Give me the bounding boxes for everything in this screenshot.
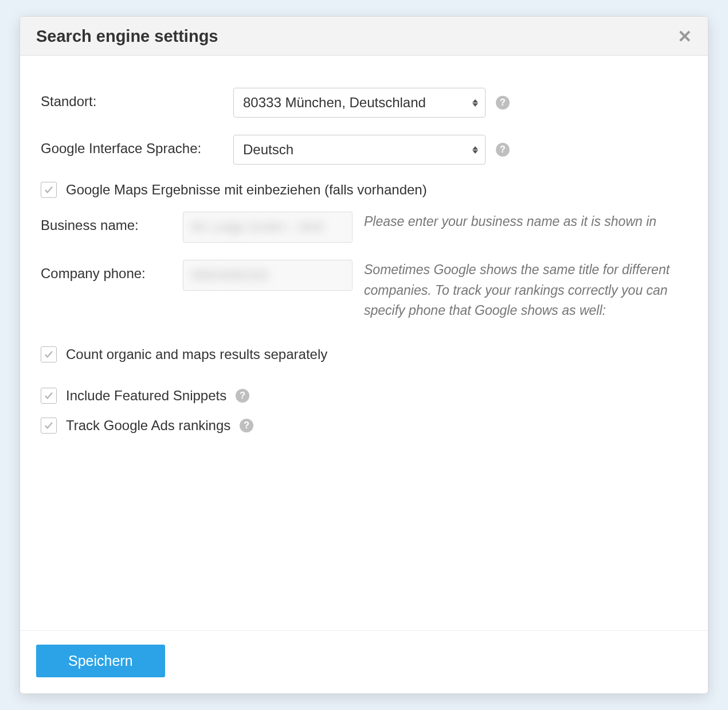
modal-title: Search engine settings (36, 27, 218, 46)
company-phone-label: Company phone: (41, 260, 183, 282)
check-icon (44, 391, 54, 401)
business-name-input[interactable]: Mr Lodge GmbH – Woh (183, 212, 353, 243)
count-separately-label: Count organic and maps results separatel… (66, 346, 327, 362)
company-phone-input[interactable]: 08934082320 (183, 260, 353, 291)
maps-checkbox-label: Google Maps Ergebnisse mit einbeziehen (… (66, 182, 427, 198)
business-name-value: Mr Lodge GmbH – Woh (191, 220, 324, 235)
maps-checkbox[interactable] (41, 182, 57, 198)
featured-snippets-help-icon[interactable]: ? (236, 389, 249, 403)
location-select-value: 80333 München, Deutschland (243, 95, 426, 111)
check-icon (44, 420, 54, 431)
business-name-hint: Please enter your business name as it is… (353, 212, 687, 232)
language-select-value: Deutsch (243, 142, 293, 158)
track-ads-row: Track Google Ads rankings ? (41, 418, 687, 434)
featured-snippets-row: Include Featured Snippets ? (41, 388, 687, 404)
search-engine-settings-modal: Search engine settings ✕ Standort: 80333… (19, 16, 709, 694)
save-button[interactable]: Speichern (36, 645, 165, 677)
business-name-label: Business name: (41, 212, 183, 233)
featured-snippets-label: Include Featured Snippets (66, 388, 226, 404)
business-name-row: Business name: Mr Lodge GmbH – Woh Pleas… (41, 212, 687, 243)
check-icon (44, 349, 54, 360)
close-icon: ✕ (678, 27, 692, 46)
language-controls: Deutsch ? (233, 135, 687, 165)
select-chevrons-icon (472, 99, 478, 107)
close-button[interactable]: ✕ (678, 28, 692, 45)
language-label: Google Interface Sprache: (41, 135, 233, 157)
location-select[interactable]: 80333 München, Deutschland (233, 88, 486, 118)
location-label: Standort: (41, 88, 233, 110)
modal-header: Search engine settings ✕ (20, 17, 708, 56)
location-row: Standort: 80333 München, Deutschland ? (41, 88, 687, 118)
company-phone-row: Company phone: 08934082320 Sometimes Goo… (41, 260, 687, 321)
maps-checkbox-row: Google Maps Ergebnisse mit einbeziehen (… (41, 182, 687, 198)
track-ads-label: Track Google Ads rankings (66, 418, 230, 434)
location-controls: 80333 München, Deutschland ? (233, 88, 687, 118)
count-separately-row: Count organic and maps results separatel… (41, 346, 687, 362)
count-separately-checkbox[interactable] (41, 346, 57, 362)
track-ads-checkbox[interactable] (41, 418, 57, 434)
language-row: Google Interface Sprache: Deutsch ? (41, 135, 687, 165)
company-phone-value: 08934082320 (191, 268, 269, 283)
modal-body: Standort: 80333 München, Deutschland ? G… (20, 56, 708, 630)
company-phone-hint: Sometimes Google shows the same title fo… (353, 260, 687, 321)
location-help-icon[interactable]: ? (496, 96, 510, 110)
check-icon (44, 185, 54, 195)
track-ads-help-icon[interactable]: ? (240, 419, 253, 432)
modal-footer: Speichern (20, 630, 708, 693)
featured-snippets-checkbox[interactable] (41, 388, 57, 404)
select-chevrons-icon (472, 146, 478, 154)
language-select[interactable]: Deutsch (233, 135, 486, 165)
language-help-icon[interactable]: ? (496, 143, 510, 157)
